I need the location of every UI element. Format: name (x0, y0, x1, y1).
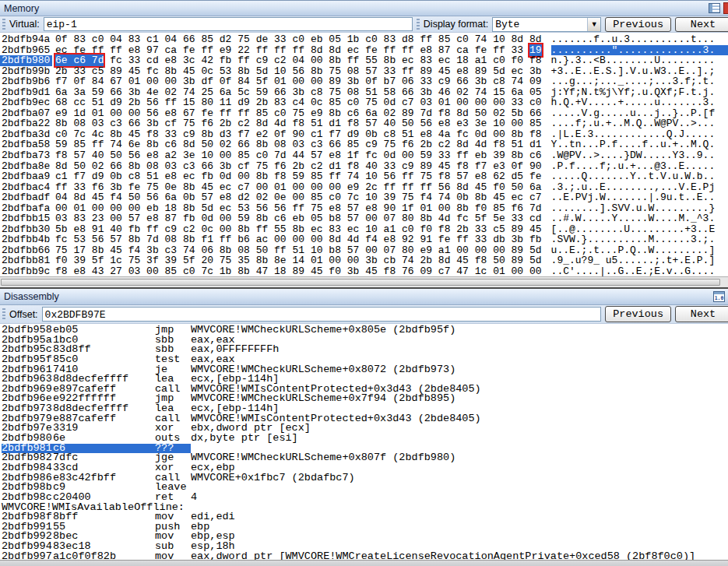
memory-row-bytes[interactable]: 6a 3a 59 66 3b 4e 02 74 25 6a 5c 59 66 3… (55, 87, 542, 98)
hex-byte[interactable]: 18 (274, 265, 287, 276)
toolbar-grip-handle[interactable] (2, 308, 5, 320)
memory-row-bytes[interactable]: 68 cc 51 d9 2b 56 ff 15 80 11 d9 2b 83 c… (55, 97, 542, 108)
memory-row[interactable]: 2bdfbb4bfc 53 56 57 8b 7d 08 8b f1 ff b6… (0, 234, 728, 245)
memory-row[interactable]: 2bdfb9d16a 3a 59 66 3b 4e 02 74 25 6a 5c… (0, 87, 728, 98)
hex-byte[interactable]: 00 (512, 265, 524, 276)
hex-byte[interactable]: 09 (420, 265, 432, 276)
memory-row[interactable]: 2bdfba73f8 57 40 50 56 e8 a2 3e 10 00 85… (0, 150, 728, 161)
memory-row-bytes[interactable]: 5b e8 91 40 fb ff c9 c2 0c 00 8b ff 55 8… (55, 224, 542, 235)
hex-byte[interactable]: 89 (292, 265, 304, 276)
memory-row[interactable]: 2bdfbb305b e8 91 40 fb ff c9 c2 0c 00 8b… (0, 224, 728, 235)
memory-row[interactable]: 2bdfba07e9 1d 01 00 00 56 e8 67 fe ff ff… (0, 108, 728, 119)
disassembly-row[interactable]: 2bdfb997a1c0f0f82bmoveax,dword ptr [WMVC… (2, 552, 728, 560)
memory-row-bytes[interactable]: f7 0f 84 67 01 00 00 3b df 0f 84 5f 01 0… (55, 76, 542, 87)
disassembly-row[interactable]: 2bdfb958eb05jmpWMVCORE!WMCheckURLScheme+… (2, 325, 728, 336)
memory-row-bytes[interactable]: e9 1d 01 00 00 56 e8 67 fe ff ff 85 c0 7… (55, 108, 542, 119)
memory-row-bytes[interactable]: 8b 08 03 c3 66 3b cf 75 f6 2b c2 8d 4d f… (55, 118, 542, 129)
disassembly-horizontal-scrollbar[interactable] (0, 560, 728, 566)
memory-next-button[interactable]: Next (675, 17, 728, 32)
hex-byte[interactable]: 85 (165, 265, 178, 276)
memory-row[interactable]: 2bdfb9ec68 cc 51 d9 2b 56 ff 15 80 11 d9… (0, 97, 728, 108)
disassembly-previous-button[interactable]: Previous (605, 306, 671, 322)
disassembly-row[interactable]: 2bdfb95c83d8ffsbbeax,0FFFFFFFFh (2, 345, 728, 355)
disassembly-row[interactable]: 2bdfb95a1bc0sbbeax,eax (2, 336, 728, 346)
disassembly-row[interactable]: 2bdfb95f85c0testeax,eax (2, 355, 728, 365)
hex-byte[interactable]: f0 (329, 265, 341, 276)
hex-byte[interactable]: 3b (347, 265, 360, 276)
memory-pane-caption[interactable]: Memory (0, 0, 728, 16)
hex-byte[interactable]: 1c (475, 265, 487, 276)
memory-row[interactable]: 2bdfbb81f0 39 5f 1c 75 3f 39 5f 20 75 35… (0, 255, 728, 266)
hex-byte[interactable]: 27 (110, 265, 122, 276)
hex-byte[interactable]: 00 (146, 265, 159, 276)
disassembly-row[interactable]: 2bdfb99155pushebp (2, 522, 728, 533)
hex-byte[interactable]: 47 (456, 265, 469, 276)
virtual-address-input[interactable] (44, 17, 413, 31)
memory-row[interactable]: 2bdfbafa00 01 00 00 00 eb 18 8b 5d ec 53… (0, 203, 728, 214)
hex-byte[interactable]: 00 (529, 265, 542, 276)
disassembly-row[interactable]: 2bdfb986e83c42fbffcallWMVCORE+0x1fbc7 (2… (2, 473, 728, 483)
hex-byte[interactable]: 1b (220, 265, 232, 276)
hex-byte[interactable]: 8d (529, 33, 542, 45)
memory-row-bytes[interactable]: 59 85 ff 74 6e 8b c6 8d 50 02 66 8b 08 0… (55, 139, 542, 150)
hex-byte[interactable]: c0 (183, 265, 195, 276)
disassembly-row[interactable]: 2bdfb979e887cafeffcallWMVCORE!WMIsConten… (2, 414, 728, 424)
memory-row-bytes[interactable]: c1 f7 d9 0b c8 51 e8 ec fb 0d 00 8b f8 5… (55, 171, 542, 182)
memory-row-bytes[interactable]: fc 53 56 57 8b 7d 08 8b f1 ff b6 ac 00 0… (55, 234, 542, 245)
memory-row[interactable]: 2bdfb94a0f 83 c0 04 83 c1 04 66 85 d2 75… (0, 34, 728, 45)
memory-row[interactable]: 2bdfb9806e c6 7d fc 33 cd e8 3c 42 fb ff… (0, 55, 728, 66)
memory-horizontal-scrollbar[interactable] (0, 276, 728, 287)
hex-byte[interactable]: 45 (365, 265, 378, 276)
hex-byte[interactable]: 03 (128, 265, 141, 276)
hex-byte[interactable]: f8 (384, 265, 396, 276)
disassembly-row[interactable]: 2bdfb97e3319xorebx,dword ptr [ecx] (2, 424, 728, 434)
clipped-red-icon[interactable] (723, 2, 728, 14)
memory-row-bytes[interactable]: 0f 83 c0 04 83 c1 04 66 85 d2 75 de 33 c… (55, 34, 542, 45)
memory-row-bytes[interactable]: 75 17 8b 45 f4 3b c3 74 06 8b 08 50 ff 5… (55, 245, 542, 256)
grid-table-icon[interactable] (709, 3, 720, 13)
memory-row[interactable]: 2bdfb99b2b 33 c5 89 45 fc 8b 45 0c 53 8b… (0, 66, 728, 77)
memory-row-bytes[interactable]: 2b 33 c5 89 45 fc 8b 45 0c 53 8b 5d 10 5… (55, 66, 542, 77)
disassembly-pane-caption[interactable]: Disassembly 1.0 (0, 289, 728, 305)
number-format-icon[interactable]: 1.0 (713, 291, 725, 302)
hex-byte[interactable]: 45 (311, 265, 323, 276)
hex-byte[interactable]: c7 (438, 265, 451, 276)
disassembly-next-button[interactable]: Next (675, 306, 728, 322)
hex-byte[interactable]: e8 (73, 265, 86, 276)
disassembly-row[interactable]: 2bdfb9806eoutsdx,byte ptr [esi] (2, 434, 728, 444)
disassembly-row[interactable]: 2bdfb9928becmovebp,esp (2, 532, 728, 542)
disassembly-row[interactable]: 2bdfb98bc9leave (2, 483, 728, 493)
memory-row[interactable]: 2bdfba3dc0 7c 4c 8b 45 f8 33 c9 8b d3 f7… (0, 129, 728, 140)
hex-byte[interactable]: 01 (493, 265, 505, 276)
toolbar-grip-handle[interactable] (2, 19, 5, 30)
toolbar-grip-handle[interactable] (417, 19, 420, 30)
memory-row[interactable]: 2bdfb9b6f7 0f 84 67 01 00 00 3b df 0f 84… (0, 76, 728, 87)
memory-row-bytes[interactable]: ff 33 f6 3b fe 75 0e 8b 45 ec c7 00 01 0… (55, 182, 542, 193)
memory-row[interactable]: 2bdfbaa9c1 f7 d9 0b c8 51 e8 ec fb 0d 00… (0, 171, 728, 182)
memory-row[interactable]: 2bdfbb9cf8 e8 43 27 03 00 85 c0 7c 1b 8b… (0, 266, 728, 276)
offset-input[interactable] (42, 307, 602, 322)
memory-row-bytes[interactable]: f8 57 40 50 56 e8 a2 3e 10 00 85 c0 7d 4… (55, 150, 542, 161)
memory-row[interactable]: 2bdfba8e8d 50 02 66 8b 08 03 c3 66 3b cf… (0, 161, 728, 172)
hex-byte[interactable]: 8b (237, 265, 250, 276)
memory-row-bytes[interactable]: c0 7c 4c 8b 45 f8 33 c9 8b d3 f7 e2 0f 9… (55, 129, 542, 140)
memory-row-bytes[interactable]: f0 39 5f 1c 75 3f 39 5f 20 75 35 8b 8e 1… (55, 255, 542, 266)
memory-row[interactable]: 2bdfba228b 08 03 c3 66 3b cf 75 f6 2b c2… (0, 118, 728, 129)
display-format-dropdown[interactable]: Byte ▼ (492, 17, 601, 32)
disassembly-row[interactable]: 2bdfb981c6??? (2, 444, 728, 454)
disassembly-row[interactable]: 2bdfb98f8bffmovedi,edi (2, 512, 728, 522)
memory-row[interactable]: 2bdfba5859 85 ff 74 6e 8b c6 8d 50 02 66… (0, 139, 728, 150)
memory-row[interactable]: 2bdfbb1503 83 23 00 57 e8 87 fb 0d 00 59… (0, 213, 728, 224)
memory-previous-button[interactable]: Previous (605, 17, 671, 32)
hex-byte[interactable]: 7c (201, 265, 213, 276)
memory-row-bytes[interactable]: 6e c6 7d fc 33 cd e8 3c 42 fb ff c9 c2 0… (55, 55, 542, 66)
hex-byte[interactable]: 76 (402, 265, 414, 276)
memory-row[interactable]: 2bdfbadf04 8d 45 f4 50 56 6a 0b 57 e8 d2… (0, 192, 728, 203)
memory-row-bytes[interactable]: f8 e8 43 27 03 00 85 c0 7c 1b 8b 47 18 8… (55, 266, 542, 276)
memory-row-bytes[interactable]: 8d 50 02 66 8b 08 03 c3 66 3b cf 75 f6 2… (55, 161, 542, 172)
hex-byte[interactable]: 47 (256, 265, 269, 276)
memory-row[interactable]: 2bdfbb6675 17 8b 45 f4 3b c3 74 06 8b 08… (0, 245, 728, 256)
hex-byte[interactable]: f8 (55, 265, 68, 276)
memory-row-bytes[interactable]: 04 8d 45 f4 50 56 6a 0b 57 e8 d2 02 0e 0… (55, 192, 542, 203)
scrollbar-thumb[interactable] (1, 279, 720, 286)
